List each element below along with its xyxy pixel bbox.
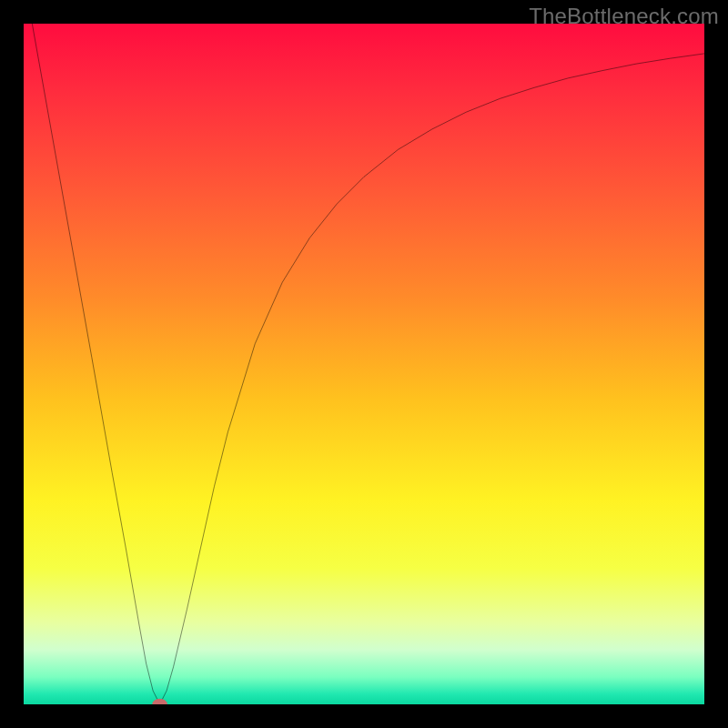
svg-rect-0 [24,24,704,704]
background-gradient [24,24,704,704]
plot-area [24,24,704,704]
chart-frame: TheBottleneck.com [0,0,728,728]
watermark-text: TheBottleneck.com [529,4,719,29]
